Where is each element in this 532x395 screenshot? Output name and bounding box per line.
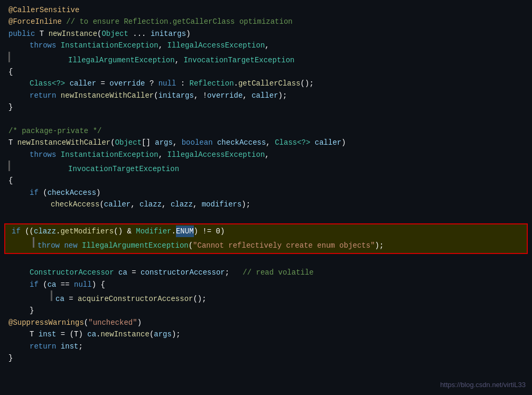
selected-enum: ENUM <box>176 225 194 237</box>
param: initargs <box>151 28 186 40</box>
code-line: public T newInstance(Object ... initargs… <box>0 28 532 40</box>
code-line: } <box>0 305 532 316</box>
code-line <box>0 255 532 267</box>
annotation: @CallerSensitive <box>8 4 79 16</box>
code-container: @CallerSensitive @ForceInline // to ensu… <box>0 0 532 395</box>
code-line: { <box>0 175 532 186</box>
code-line: Class<?> caller = override ? null : Refl… <box>0 78 532 89</box>
method: newInstance <box>49 28 97 40</box>
block-comment: /* package-private */ <box>8 125 101 137</box>
code-line: if (checkAccess) <box>0 187 532 199</box>
code-line: throws InstantiationException, IllegalAc… <box>0 149 532 161</box>
annotation: @ForceInline <box>8 16 62 27</box>
code-line: @SuppressWarnings("unchecked") <box>0 317 532 328</box>
code-line: /* package-private */ <box>0 125 532 137</box>
highlighted-line-2: throw new IllegalArgumentException("Cann… <box>10 237 522 251</box>
keyword: public <box>8 28 35 40</box>
code-line: InvocationTargetException <box>0 161 532 175</box>
code-line <box>0 114 532 125</box>
code-line: ca = acquireConstructorAccessor(); <box>0 290 532 305</box>
keyword: throws <box>30 40 56 51</box>
watermark: https://blog.csdn.net/virtiL33 <box>440 380 526 391</box>
highlighted-block: if ((clazz.getModifiers() & Modifier.ENU… <box>4 223 528 254</box>
code-line: return inst; <box>0 341 532 352</box>
code-line <box>0 211 532 222</box>
code-line: throws InstantiationException, IllegalAc… <box>0 40 532 51</box>
code-text <box>62 16 66 27</box>
code-line: ConstructorAccessor ca = constructorAcce… <box>0 267 532 278</box>
code-line: if (ca == null) { <box>0 279 532 290</box>
code-line: T newInstanceWithCaller(Object[] args, b… <box>0 137 532 148</box>
highlighted-line-1: if ((clazz.getModifiers() & Modifier.ENU… <box>10 225 522 237</box>
code-line: checkAccess(caller, clazz, clazz, modifi… <box>0 199 532 210</box>
comment: // to ensure Reflection.getCallerClass o… <box>66 16 292 27</box>
code-line: T inst = (T) ca.newInstance(args); <box>0 328 532 340</box>
code-line: @CallerSensitive <box>0 4 532 16</box>
code-line: @ForceInline // to ensure Reflection.get… <box>0 16 532 27</box>
type: Object <box>101 28 128 40</box>
code-line: IllegalArgumentException, InvocationTarg… <box>0 52 532 66</box>
code-line: return newInstanceWithCaller(initargs, !… <box>0 90 532 101</box>
code-line: } <box>0 101 532 113</box>
code-line: { <box>0 66 532 78</box>
code-line: } <box>0 352 532 364</box>
